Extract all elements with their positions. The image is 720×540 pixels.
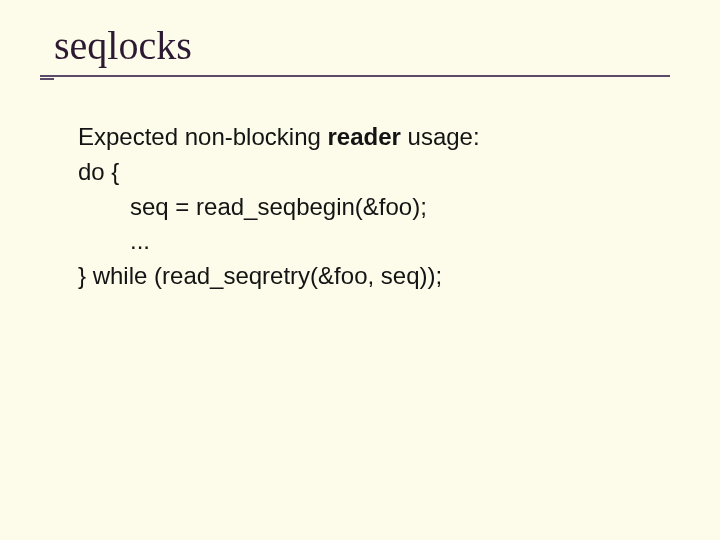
slide-body: Expected non-blocking reader usage: do {… bbox=[78, 120, 658, 294]
intro-bold: reader bbox=[328, 123, 401, 150]
divider-line bbox=[40, 75, 670, 77]
slide-title: seqlocks bbox=[54, 22, 680, 69]
slide: seqlocks Expected non-blocking reader us… bbox=[0, 0, 720, 540]
title-block: seqlocks bbox=[54, 22, 680, 81]
title-underline bbox=[54, 75, 680, 81]
intro-prefix: Expected non-blocking bbox=[78, 123, 328, 150]
code-do: do { bbox=[78, 155, 658, 190]
code-while: } while (read_seqretry(&foo, seq)); bbox=[78, 259, 658, 294]
code-seq: seq = read_seqbegin(&foo); bbox=[78, 190, 658, 225]
intro-suffix: usage: bbox=[401, 123, 480, 150]
divider-tick bbox=[40, 78, 54, 80]
intro-line: Expected non-blocking reader usage: bbox=[78, 120, 658, 155]
code-ellipsis: ... bbox=[78, 224, 658, 259]
